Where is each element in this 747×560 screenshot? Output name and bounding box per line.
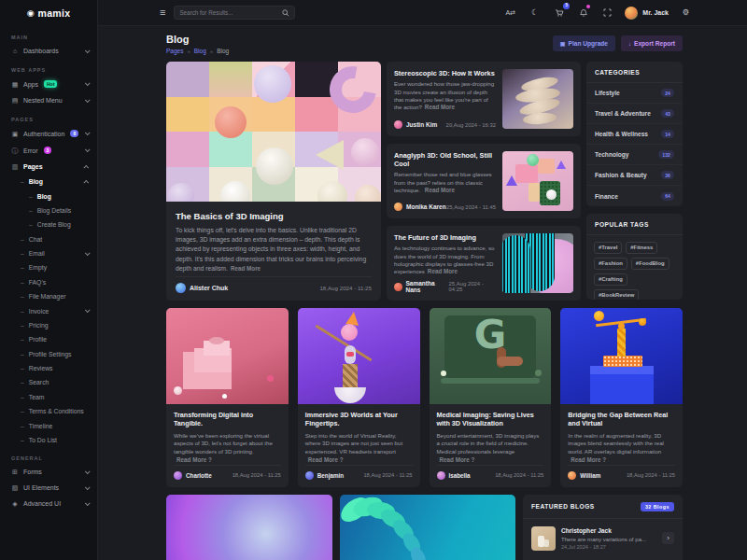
sidebar-item-search[interactable]: Search [0,375,97,389]
category-row-technology[interactable]: Technology132 [586,145,683,165]
language-icon[interactable]: A⇄ [503,6,517,20]
export-report-button[interactable]: ↓Export Report [621,35,683,51]
search-box[interactable] [174,6,295,20]
sidebar-item-dashboards[interactable]: ⌂Dashboards [0,43,97,59]
author-name[interactable]: Monika Karen [406,203,446,210]
category-row-lifestyle[interactable]: Lifestyle24 [586,83,683,104]
breadcrumb-blog[interactable]: Blog [194,48,206,54]
blog-card-title[interactable]: Bridging the Gap Between Real and Virtua… [568,411,675,428]
sidebar-item-blog[interactable]: Blog [0,189,97,203]
tag-pill[interactable]: #Crafting [594,273,627,286]
menu-toggle-icon[interactable]: ≡ [160,7,165,18]
dark-mode-icon[interactable]: ☾ [528,6,542,20]
read-more-link[interactable]: Read More [231,265,261,272]
sidebar-item-ui-elements[interactable]: ▧UI Elements [0,480,97,496]
blog-card-title[interactable]: Transforming Digital into Tangible. [174,411,281,428]
tag-pill[interactable]: #FoodBlog [631,258,669,270]
sidebar-item-terms[interactable]: Terms & Conditions [0,404,97,418]
sidebar-item-invoice[interactable]: Invoice [0,303,97,317]
tag-pill[interactable]: #BookReview [594,289,639,300]
blog-card-title[interactable]: Immersive 3D Worlds at Your Fingertips. [305,411,413,428]
article-thumbnail[interactable] [502,233,573,293]
blog-card-image[interactable] [166,308,289,404]
sidebar-item-email[interactable]: Email [0,246,97,260]
author-avatar[interactable] [305,471,314,480]
author-name[interactable]: Alister Chuk [190,285,228,291]
tag-pill[interactable]: #Fashion [594,258,627,270]
read-more-link[interactable]: Read More [425,104,455,110]
author-name[interactable]: Justin Kim [406,121,437,128]
read-more-link[interactable]: Read More [425,187,455,193]
category-row-travel[interactable]: Travel & Adventure43 [586,104,683,124]
next-arrow-icon[interactable]: › [662,532,674,544]
read-more-link[interactable]: Read More ? [308,456,344,463]
search-input[interactable] [179,9,278,16]
category-row-fashion[interactable]: Fashion & Beauty36 [586,165,683,186]
sidebar-item-profile-settings[interactable]: Profile Settings [0,347,97,361]
sidebar-item-team[interactable]: Team [0,390,97,404]
blog-card-title[interactable]: Medical Imaging: Saving Lives with 3D Vi… [437,411,544,428]
sidebar-item-nested-menu[interactable]: ▤Nested Menu [0,92,97,108]
sidebar-item-blog-details[interactable]: Blog Details [0,203,97,217]
featured-article-image[interactable] [166,62,381,202]
sidebar-item-pricing[interactable]: Pricing [0,318,97,332]
user-name[interactable]: Mr. Jack [642,9,669,16]
author-avatar[interactable] [176,283,186,293]
plan-upgrade-button[interactable]: ▣Plan Upgrade [553,35,615,51]
sidebar-item-forms[interactable]: ⊞Forms [0,464,97,480]
author-avatar[interactable] [174,471,182,480]
sidebar-item-error[interactable]: ⓘError3 [0,142,97,159]
sidebar-item-advanced-ui[interactable]: ◈Advanced UI [0,496,97,511]
author-avatar[interactable] [568,471,576,480]
featured-article-title[interactable]: The Basics of 3D Imaging [176,211,372,221]
sidebar-item-authentication[interactable]: ▣Authentication8 [0,125,97,142]
author-avatar[interactable] [394,203,402,211]
sidebar-item-todo[interactable]: To Do List [0,433,97,447]
sidebar-item-empty[interactable]: Empty [0,260,97,274]
author-name[interactable]: Charlotte [186,472,212,479]
sidebar-item-chat[interactable]: Chat [0,232,97,246]
sidebar-item-blog-group[interactable]: Blog [0,175,97,189]
blog-card-image[interactable]: G [430,308,552,404]
blog-image-card[interactable] [340,495,515,560]
read-more-link[interactable]: Read More [428,268,458,274]
author-name[interactable]: Samantha Nans [406,280,449,293]
sidebar-item-reviews[interactable]: Reviews [0,361,97,375]
logo[interactable]: ◉ mamix [0,0,97,26]
read-more-link[interactable]: Read More ? [571,456,606,463]
article-title[interactable]: The Future of 3D Imaging [394,233,496,242]
blogs-count-badge[interactable]: 32 Blogs [641,502,674,511]
blog-image-card[interactable] [166,495,332,560]
cart-icon[interactable]: 5 [552,6,566,20]
settings-gear-icon[interactable]: ⚙ [679,6,693,20]
author-name[interactable]: William [580,472,600,479]
article-title[interactable]: Stereoscopic 3D: How It Works [394,69,496,77]
author-avatar[interactable] [437,471,445,480]
sidebar-item-create-blog[interactable]: Create Blog [0,217,97,231]
sidebar-item-apps[interactable]: ▦AppsHot [0,76,97,92]
notifications-icon[interactable] [576,6,590,20]
sidebar-item-pages[interactable]: ▥Pages [0,159,97,175]
article-thumbnail[interactable] [502,69,573,129]
fullscreen-icon[interactable] [600,6,614,20]
sidebar-item-timeline[interactable]: Timeline [0,418,97,432]
category-row-health[interactable]: Health & Wellness14 [586,124,683,145]
search-icon[interactable] [282,9,289,17]
author-name[interactable]: Benjamin [317,472,344,479]
featured-blog-item[interactable]: Christopher Jack There are many variatio… [523,519,683,558]
sidebar-item-file-manager[interactable]: File Manager [0,289,97,303]
read-more-link[interactable]: Read More ? [176,456,212,463]
sidebar-item-profile[interactable]: Profile [0,332,97,346]
tag-pill[interactable]: #Travel [594,242,622,254]
category-row-finance[interactable]: Finance64 [586,186,683,206]
blog-card-image[interactable] [560,308,683,404]
author-name[interactable]: Isabella [449,472,471,479]
blog-card-image[interactable] [298,308,420,404]
user-avatar[interactable] [625,7,638,20]
author-avatar[interactable] [394,283,402,291]
read-more-link[interactable]: Read More ? [440,456,475,463]
sidebar-item-faqs[interactable]: FAQ's [0,275,97,289]
article-thumbnail[interactable] [502,151,573,211]
breadcrumb-pages[interactable]: Pages [166,48,183,54]
article-title[interactable]: Anaglyph 3D: Old School, Still Cool [394,151,496,168]
